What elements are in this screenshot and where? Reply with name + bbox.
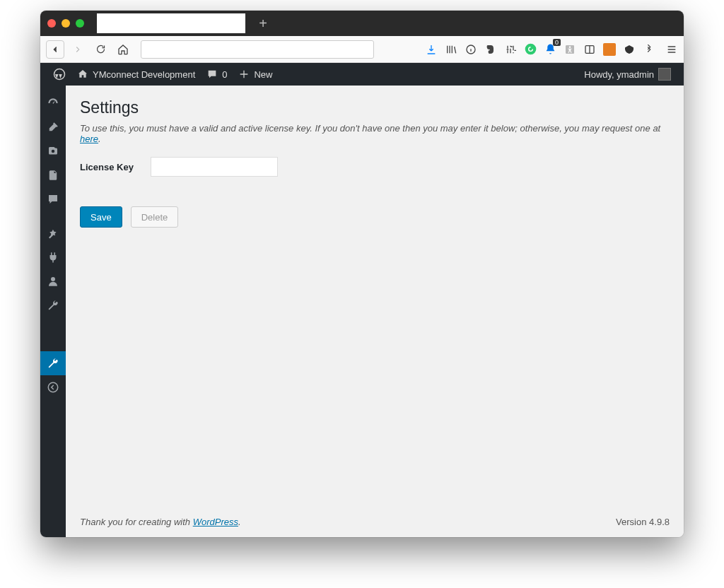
svg-point-7 (48, 382, 58, 392)
app2-icon[interactable] (623, 43, 636, 56)
url-bar[interactable] (141, 40, 374, 59)
sidebar-item-collapse[interactable] (40, 375, 66, 399)
reload-button[interactable] (91, 40, 110, 59)
grammarly-icon[interactable] (524, 43, 537, 56)
sidebar-item-dashboard[interactable] (40, 91, 66, 115)
description-suffix: . (98, 134, 101, 144)
browser-window: + (40, 11, 684, 537)
back-button[interactable] (46, 40, 64, 59)
info-icon[interactable] (465, 43, 477, 56)
new-label: New (254, 69, 272, 80)
delete-button[interactable]: Delete (131, 206, 179, 228)
sidebar-item-tools[interactable] (40, 293, 66, 317)
svg-point-3 (569, 46, 571, 48)
page-title: Settings (80, 98, 670, 117)
tune-icon[interactable] (504, 43, 517, 56)
toolbar-extensions: 0 (425, 43, 678, 56)
minimize-window-icon[interactable] (62, 19, 70, 28)
avatar (658, 68, 671, 81)
wp-version: Version 4.9.8 (616, 517, 670, 527)
browser-tab[interactable] (97, 13, 245, 33)
button-row: Save Delete (80, 206, 670, 228)
new-content-link[interactable]: New (233, 63, 278, 86)
svg-point-6 (51, 277, 55, 281)
page-description: To use this, you must have a valid and a… (80, 123, 670, 144)
forward-button[interactable] (69, 40, 87, 59)
wp-footer: Thank you for creating with WordPress. V… (80, 504, 670, 537)
sidebar-item-appearance[interactable] (40, 221, 66, 245)
wp-logo[interactable] (47, 63, 71, 86)
sidebar-item-plugins[interactable] (40, 245, 66, 269)
sidebar-item-comments[interactable] (40, 187, 66, 211)
download-icon[interactable] (425, 43, 438, 56)
greeting-label: Howdy, ymadmin (584, 69, 654, 80)
app1-icon[interactable] (603, 43, 616, 56)
request-license-link[interactable]: here (80, 134, 98, 144)
sidebar-item-settings[interactable] (40, 317, 66, 341)
license-key-row: License Key (80, 157, 670, 177)
sidebar-item-current[interactable] (40, 351, 66, 375)
svg-point-1 (525, 44, 536, 55)
footer-thanks-prefix: Thank you for creating with (80, 517, 193, 527)
sidebar-item-media[interactable] (40, 139, 66, 163)
license-key-input[interactable] (151, 157, 278, 177)
wp-body: Settings To use this, you must have a va… (40, 86, 684, 537)
notification-badge: 0 (553, 39, 561, 46)
reader-icon[interactable] (583, 43, 596, 56)
save-button[interactable]: Save (80, 206, 122, 228)
maximize-window-icon[interactable] (76, 19, 84, 28)
close-window-icon[interactable] (47, 19, 56, 28)
browser-toolbar: 0 (40, 36, 684, 63)
accessibility-icon[interactable] (564, 43, 576, 56)
notification-icon[interactable]: 0 (544, 43, 556, 56)
comments-count: 0 (222, 69, 227, 80)
site-name-label: YMconnect Development (93, 69, 195, 80)
window-controls (47, 19, 84, 28)
menu-icon[interactable] (665, 43, 678, 56)
new-tab-button[interactable]: + (254, 14, 272, 33)
site-name-link[interactable]: YMconnect Development (71, 63, 201, 86)
wordpress-link[interactable]: WordPress (193, 517, 238, 527)
evernote-icon[interactable] (484, 43, 497, 56)
home-button[interactable] (114, 40, 132, 59)
content-area: Settings To use this, you must have a va… (66, 86, 684, 537)
license-key-label: License Key (80, 162, 136, 172)
description-text: To use this, you must have a valid and a… (80, 123, 660, 134)
overflow-icon[interactable] (643, 43, 655, 56)
footer-thanks-suffix: . (238, 517, 241, 527)
sidebar-item-pages[interactable] (40, 163, 66, 187)
sidebar-item-users[interactable] (40, 269, 66, 293)
admin-sidebar (40, 86, 66, 537)
wp-admin-bar: YMconnect Development 0 New Howdy, ymadm… (40, 63, 684, 86)
tab-bar: + (40, 11, 684, 36)
sidebar-item-posts[interactable] (40, 115, 66, 139)
footer-thanks: Thank you for creating with WordPress. (80, 517, 241, 527)
library-icon[interactable] (445, 43, 457, 56)
user-greeting[interactable]: Howdy, ymadmin (578, 63, 677, 86)
comments-link[interactable]: 0 (201, 63, 233, 86)
